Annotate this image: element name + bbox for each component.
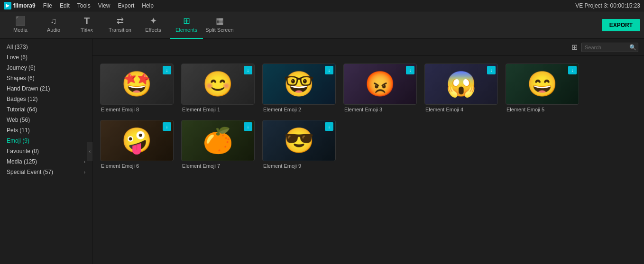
- download-badge-1: ↓: [163, 66, 171, 74]
- emoji-8: 🤩: [121, 70, 152, 99]
- menu-view[interactable]: View: [98, 2, 110, 9]
- media-arrow-icon: ›: [84, 159, 85, 164]
- download-badge-7: ↓: [163, 122, 171, 131]
- sidebar-item-badges[interactable]: Badges (12): [0, 94, 92, 104]
- sidebar-item-media[interactable]: Media (125) ›: [0, 156, 92, 167]
- item-label-5: Element Emoji 4: [424, 107, 498, 112]
- audio-icon: ♫: [50, 17, 57, 25]
- emoji-4: 😱: [446, 70, 477, 99]
- toolbar-transition-label: Transition: [109, 27, 131, 33]
- grid-area: 🤩 ↓ Element Emoji 8 😊 ↓ Element Emoji 1: [92, 56, 644, 264]
- thumb-2: 😊 ↓: [181, 64, 255, 105]
- sidebar-wrapper: All (373) Love (6) Journey (6) Shapes (6…: [0, 39, 92, 264]
- emoji-6: 🤪: [121, 126, 152, 155]
- emoji-3: 😡: [365, 70, 396, 99]
- grid-item-8[interactable]: 🍊 ↓ Element Emoji 7: [181, 120, 255, 169]
- content-toolbar: ⊞ 🔍: [92, 39, 644, 56]
- sidebar-item-emoji[interactable]: Emoji (9): [0, 136, 92, 146]
- toolbar-effects[interactable]: ✦ Effects: [137, 11, 170, 39]
- toolbar-media-label: Media: [13, 27, 28, 33]
- emoji-7: 🍊: [202, 126, 233, 155]
- sidebar-item-pets[interactable]: Pets (11): [0, 125, 92, 136]
- sidebar-item-tutorial[interactable]: Tutorial (64): [0, 104, 92, 115]
- download-badge-9: ↓: [325, 122, 333, 131]
- grid-view-icon[interactable]: ⊞: [571, 43, 578, 52]
- item-label-7: Element Emoji 6: [100, 163, 174, 169]
- sidebar-item-shapes[interactable]: Shapes (6): [0, 73, 92, 83]
- toolbar-titles-label: Titles: [81, 27, 93, 33]
- toolbar-right: EXPORT: [602, 19, 640, 31]
- thumb-5: 😱 ↓: [424, 64, 498, 105]
- toolbar-audio-label: Audio: [47, 27, 60, 33]
- sidebar-collapse-button[interactable]: ‹: [87, 142, 92, 161]
- sidebar-item-favourite[interactable]: Favourite (0): [0, 146, 92, 156]
- emoji-1: 😊: [202, 70, 233, 99]
- toolbar-splitscreen-label: Split Screen: [205, 27, 233, 33]
- grid-item-7[interactable]: 🤪 ↓ Element Emoji 6: [100, 120, 174, 169]
- sidebar-item-love[interactable]: Love (6): [0, 52, 92, 63]
- toolbar-audio[interactable]: ♫ Audio: [37, 11, 70, 39]
- toolbar-media[interactable]: ⬛ Media: [4, 11, 37, 39]
- toolbar-effects-label: Effects: [145, 27, 161, 33]
- emoji-2: 🤓: [284, 70, 314, 99]
- grid-item-9[interactable]: 😎 ↓ Element Emoji 9: [262, 120, 336, 169]
- app-name: filmora9: [13, 2, 36, 9]
- download-badge-3: ↓: [325, 66, 333, 74]
- menu-file[interactable]: File: [43, 2, 52, 9]
- app-logo: ▶ filmora9: [4, 2, 36, 9]
- export-button[interactable]: EXPORT: [602, 19, 640, 31]
- download-badge-4: ↓: [406, 66, 414, 74]
- main-area: All (373) Love (6) Journey (6) Shapes (6…: [0, 39, 644, 264]
- sidebar: All (373) Love (6) Journey (6) Shapes (6…: [0, 39, 92, 264]
- item-label-3: Element Emoji 2: [262, 107, 336, 112]
- transition-icon: ⇄: [117, 17, 124, 25]
- search-icon[interactable]: 🔍: [629, 44, 636, 51]
- item-label-1: Element Emoji 8: [100, 107, 174, 112]
- emoji-9: 😎: [284, 126, 314, 155]
- thumb-6: 😄 ↓: [506, 64, 579, 105]
- download-badge-2: ↓: [244, 66, 252, 74]
- grid-item-2[interactable]: 😊 ↓ Element Emoji 1: [181, 64, 255, 112]
- search-input[interactable]: [585, 45, 627, 50]
- menu-export[interactable]: Export: [118, 2, 135, 9]
- grid-item-6[interactable]: 😄 ↓ Element Emoji 5: [506, 64, 579, 112]
- grid-item-4[interactable]: 😡 ↓ Element Emoji 3: [343, 64, 417, 112]
- menu-help[interactable]: Help: [142, 2, 154, 9]
- logo-icon: ▶: [4, 2, 11, 9]
- grid-item-1[interactable]: 🤩 ↓ Element Emoji 8: [100, 64, 174, 112]
- thumb-8: 🍊 ↓: [181, 120, 255, 161]
- thumb-7: 🤪 ↓: [100, 120, 174, 161]
- elements-icon: ⊞: [183, 17, 190, 25]
- sidebar-item-special[interactable]: Special Event (57) ›: [0, 167, 92, 177]
- toolbar-titles[interactable]: T Titles: [70, 11, 103, 39]
- toolbar-splitscreen[interactable]: ▦ Split Screen: [203, 11, 236, 39]
- titles-icon: T: [84, 16, 90, 26]
- item-label-6: Element Emoji 5: [506, 107, 579, 112]
- sidebar-item-all[interactable]: All (373): [0, 42, 92, 52]
- content-area: ⊞ 🔍 🤩 ↓ Element Emoji 8: [92, 39, 644, 264]
- item-label-8: Element Emoji 7: [181, 163, 255, 169]
- toolbar-elements[interactable]: ⊞ Elements: [170, 11, 203, 39]
- menu-tools[interactable]: Tools: [77, 2, 91, 9]
- download-badge-6: ↓: [568, 66, 577, 74]
- sidebar-item-handdrawn[interactable]: Hand Drawn (21): [0, 83, 92, 94]
- menu-edit[interactable]: Edit: [60, 2, 70, 9]
- thumb-4: 😡 ↓: [343, 64, 417, 105]
- project-info: VE Project 3: 00:00:15:23: [575, 2, 640, 9]
- search-box: 🔍: [581, 43, 638, 52]
- item-label-2: Element Emoji 1: [181, 107, 255, 112]
- effects-icon: ✦: [150, 17, 157, 25]
- thumb-9: 😎 ↓: [262, 120, 336, 161]
- grid-item-5[interactable]: 😱 ↓ Element Emoji 4: [424, 64, 498, 112]
- menu-bar: ▶ filmora9 File Edit Tools View Export H…: [0, 0, 644, 11]
- media-icon: ⬛: [15, 17, 26, 25]
- sidebar-item-journey[interactable]: Journey (6): [0, 63, 92, 73]
- special-arrow-icon: ›: [84, 170, 85, 175]
- grid-item-3[interactable]: 🤓 ↓ Element Emoji 2: [262, 64, 336, 112]
- emoji-5: 😄: [527, 70, 558, 99]
- splitscreen-icon: ▦: [216, 17, 224, 25]
- toolbar: ⬛ Media ♫ Audio T Titles ⇄ Transition ✦ …: [0, 11, 644, 39]
- toolbar-transition[interactable]: ⇄ Transition: [103, 11, 137, 39]
- elements-grid: 🤩 ↓ Element Emoji 8 😊 ↓ Element Emoji 1: [100, 64, 636, 169]
- sidebar-item-web[interactable]: Web (56): [0, 115, 92, 125]
